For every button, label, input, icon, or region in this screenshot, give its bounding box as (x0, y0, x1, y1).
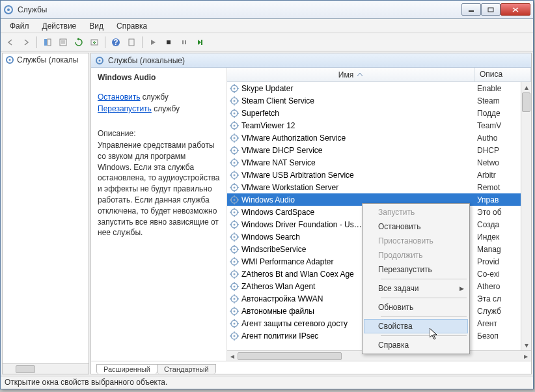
refresh-button[interactable] (72, 35, 86, 49)
service-name: Superfetch (241, 109, 279, 118)
service-name: VMware Authorization Service (241, 133, 346, 143)
gear-icon (230, 331, 239, 341)
svg-rect-16 (182, 40, 184, 44)
svg-point-138 (234, 322, 236, 324)
gear-icon (230, 171, 239, 180)
service-name: Автономные файлы (241, 307, 314, 316)
show-hide-tree-button[interactable] (40, 35, 55, 49)
service-name: Windows Search (241, 232, 300, 242)
gear-icon (230, 307, 239, 316)
gear-icon (230, 245, 239, 254)
service-name: Windows Driver Foundation - Us… (241, 220, 362, 229)
service-row[interactable]: VMware Authorization ServiceAutho (227, 132, 531, 144)
context-menu-item[interactable]: Справка (364, 338, 468, 352)
context-menu-item[interactable]: Все задачи▶ (364, 281, 468, 296)
export-button[interactable] (87, 35, 102, 49)
service-row[interactable]: SuperfetchПодде (227, 107, 531, 119)
titlebar[interactable]: Службы (1, 1, 533, 19)
services-icon (95, 56, 104, 65)
gear-icon (230, 121, 239, 130)
description-label: Описание: (98, 129, 220, 138)
svg-rect-7 (48, 39, 51, 46)
column-headers: Имя Описа (227, 68, 531, 82)
service-name: Windows Audio (241, 195, 295, 204)
gear-icon (230, 183, 239, 192)
svg-rect-18 (201, 40, 202, 45)
properties-button[interactable] (56, 35, 70, 49)
context-menu-item[interactable]: Свойства (364, 319, 468, 333)
gear-icon (230, 294, 239, 303)
gear-icon (230, 257, 239, 266)
minimize-button[interactable] (461, 3, 481, 16)
pause-service-button[interactable] (177, 35, 191, 49)
service-name: WindscribeService (241, 245, 306, 254)
service-name: VMware DHCP Service (241, 146, 322, 155)
column-description[interactable]: Описа (474, 68, 531, 81)
context-menu-item[interactable]: Перезапустить (364, 262, 468, 277)
svg-point-60 (234, 161, 236, 163)
context-menu-item[interactable]: Обновить (364, 300, 468, 315)
start-service-button[interactable] (146, 35, 160, 49)
tree-item-services-local[interactable]: Службы (локалы (3, 53, 89, 66)
menu-help[interactable]: Справка (111, 20, 152, 32)
svg-point-90 (234, 223, 236, 225)
svg-rect-15 (167, 40, 171, 44)
context-menu: ЗапуститьОстановитьПриостановитьПродолжи… (362, 203, 470, 354)
maximize-button[interactable] (481, 3, 501, 16)
svg-point-96 (234, 236, 236, 238)
service-row[interactable]: VMware Workstation ServerRemot (227, 181, 531, 193)
service-name: Агент политики IPsec (241, 331, 318, 341)
svg-point-114 (234, 273, 236, 275)
service-name: VMware NAT Service (241, 158, 316, 167)
tab-extended[interactable]: Расширенный (96, 364, 158, 374)
detail-pane: Windows Audio Остановить службу Перезапу… (91, 68, 226, 361)
svg-text:?: ? (113, 38, 118, 47)
help-button[interactable]: ? (109, 35, 123, 49)
service-row[interactable]: VMware USB Arbitration ServiceArbitr (227, 169, 531, 181)
stop-service-button[interactable] (161, 35, 176, 49)
tree-pane: Службы (локалы (2, 53, 89, 374)
tab-standard[interactable]: Стандартный (157, 364, 216, 374)
svg-point-20 (9, 59, 11, 61)
svg-rect-17 (185, 40, 186, 44)
toolbar: ? (1, 33, 533, 51)
service-name: ZAtheros Bt and Wlan Coex Age (241, 270, 354, 279)
menu-action[interactable]: Действие (37, 20, 82, 32)
service-row[interactable]: VMware DHCP ServiceDHCP (227, 144, 531, 156)
gear-icon (230, 195, 239, 204)
svg-point-72 (234, 186, 236, 188)
service-name: ZAtheros Wlan Agent (241, 282, 315, 291)
service-row[interactable]: TeamViewer 12TeamV (227, 119, 531, 132)
svg-point-120 (234, 285, 236, 287)
description-text: Управление средствами работы со звуком д… (98, 140, 220, 238)
service-name: Skype Updater (241, 84, 293, 93)
service-row[interactable]: Skype UpdaterEnable (227, 82, 531, 94)
svg-point-24 (234, 87, 236, 89)
restart-service-link[interactable]: Перезапустить (98, 104, 152, 113)
context-menu-item[interactable]: Остановить (364, 219, 468, 234)
status-bar: Открытие окна свойств выбранного объекта… (1, 376, 533, 389)
sheet-button[interactable] (124, 35, 139, 49)
list-vscrollbar[interactable]: ▴▾ (521, 82, 531, 350)
stop-service-link[interactable]: Остановить (98, 92, 141, 102)
gear-icon (230, 158, 239, 167)
close-button[interactable] (501, 3, 530, 16)
service-name: VMware Workstation Server (241, 183, 338, 192)
selected-service-name: Windows Audio (98, 73, 220, 82)
tree-hscrollbar[interactable] (3, 363, 89, 374)
gear-icon (230, 96, 239, 105)
svg-point-126 (234, 298, 236, 300)
context-menu-item: Продолжить (364, 248, 468, 262)
forward-button[interactable] (19, 35, 33, 49)
context-menu-item: Запустить (364, 205, 468, 219)
restart-service-button[interactable] (193, 35, 207, 49)
column-name[interactable]: Имя (227, 68, 474, 81)
menu-file[interactable]: Файл (5, 20, 34, 32)
menu-view[interactable]: Вид (84, 20, 109, 32)
service-row[interactable]: Steam Client ServiceSteam (227, 94, 531, 107)
back-button[interactable] (3, 35, 18, 49)
services-icon (3, 5, 14, 15)
service-row[interactable]: VMware NAT ServiceNetwo (227, 156, 531, 169)
content-header: Службы (локальные) (91, 53, 531, 68)
svg-rect-14 (129, 39, 134, 46)
